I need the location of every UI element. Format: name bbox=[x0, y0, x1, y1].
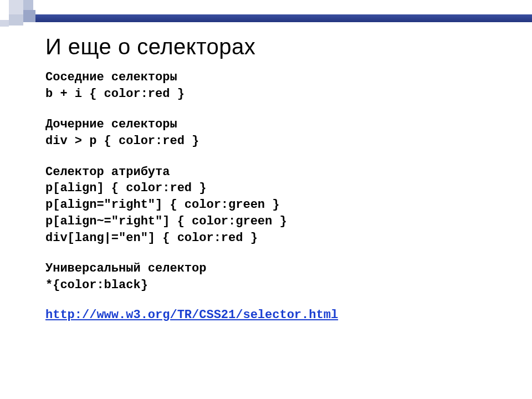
code-line: div[lang|="en"] { color:red } bbox=[45, 230, 510, 247]
code-line: b + i { color:red } bbox=[45, 86, 510, 103]
section-child: Дочерние селекторы div > p { color:red } bbox=[45, 116, 510, 149]
section-universal: Универсальный селектор *{color:black} bbox=[45, 260, 510, 293]
code-line: p[align~="right"] { color:green } bbox=[45, 213, 510, 230]
slide: И еще о селекторах Соседние селекторы b … bbox=[0, 0, 532, 399]
section-attribute: Селектор атрибута p[align] { color:red }… bbox=[45, 164, 510, 246]
deco-square bbox=[23, 0, 33, 10]
reference-link-block: http://www.w3.org/TR/CSS21/selector.html bbox=[45, 308, 510, 322]
section-adjacent: Соседние селекторы b + i { color:red } bbox=[45, 69, 510, 102]
code-line: p[align] { color:red } bbox=[45, 180, 510, 197]
code-line: p[align="right"] { color:green } bbox=[45, 197, 510, 213]
code-line: div > p { color:red } bbox=[45, 133, 510, 150]
section-heading: Дочерние селекторы bbox=[45, 116, 510, 133]
section-heading: Универсальный селектор bbox=[45, 260, 510, 277]
section-heading: Селектор атрибута bbox=[45, 164, 510, 181]
slide-content: И еще о селекторах Соседние селекторы b … bbox=[45, 34, 510, 322]
reference-link[interactable]: http://www.w3.org/TR/CSS21/selector.html bbox=[45, 308, 338, 322]
section-heading: Соседние селекторы bbox=[45, 69, 510, 86]
deco-square bbox=[23, 10, 35, 22]
header-bar bbox=[35, 14, 532, 22]
deco-square bbox=[0, 20, 9, 27]
deco-square bbox=[9, 14, 23, 25]
slide-title: И еще о селекторах bbox=[45, 34, 510, 59]
deco-square bbox=[9, 0, 23, 14]
code-line: *{color:black} bbox=[45, 277, 510, 294]
